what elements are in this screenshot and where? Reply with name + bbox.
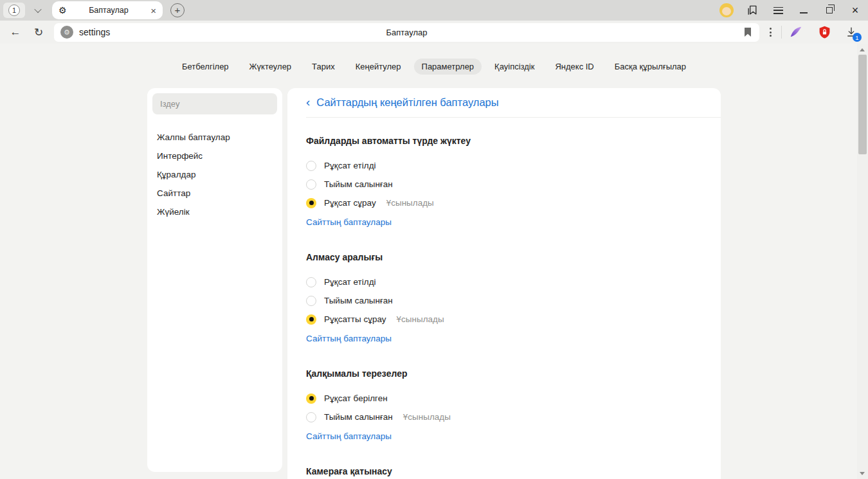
tab-groups-icon	[746, 4, 759, 17]
window-restore-button[interactable]	[817, 0, 842, 21]
settings-sidebar: Жалпы баптауларИнтерфейсҚұралдарСайттарЖ…	[147, 88, 282, 472]
radio-option-label: Рұқсат берілген	[324, 393, 388, 403]
site-favicon-icon: ⚙	[60, 26, 73, 39]
nav-tab-тарих[interactable]: Тарих	[304, 59, 343, 75]
settings-section: Камераға қатынасуov9734_azurewave_camera…	[306, 466, 721, 479]
radio-option-label: Рұқсат етілді	[324, 161, 376, 170]
sidebar-item[interactable]: Сайттар	[157, 184, 277, 203]
radio-selected-icon[interactable]	[306, 393, 316, 404]
settings-section: Алмасу аралығыРұқсат етілдіТыйым салынға…	[306, 252, 721, 344]
bookmark-flag-icon	[743, 26, 753, 38]
back-button[interactable]: ←	[4, 21, 27, 44]
bookmark-flag-button[interactable]	[743, 26, 753, 38]
chevron-down-icon	[34, 6, 41, 13]
address-bar-menu-button[interactable]	[759, 21, 781, 44]
url-text: settings	[79, 27, 110, 37]
radio-selected-icon[interactable]	[306, 314, 316, 325]
page-scrollbar[interactable]	[857, 44, 868, 479]
window-close-button[interactable]: ×	[842, 0, 868, 21]
nav-tab-бетбелгілер[interactable]: Бетбелгілер	[174, 59, 237, 75]
tab-groups-button[interactable]	[739, 0, 765, 21]
recommended-hint: Ұсынылады	[386, 198, 434, 208]
address-bar[interactable]: ⚙ settings Баптаулар	[54, 23, 759, 42]
radio-option[interactable]: Тыйым салынған	[306, 175, 721, 194]
tab-list-chevron-button[interactable]	[29, 3, 47, 18]
site-settings-link[interactable]: Сайттың баптаулары	[306, 431, 392, 441]
radio-unselected-icon[interactable]	[306, 296, 316, 306]
tab-count: 1	[8, 5, 20, 16]
sidebar-item[interactable]: Құралдар	[157, 165, 277, 184]
nav-tab-қауіпсіздік[interactable]: Қауіпсіздік	[487, 59, 542, 75]
protect-shield-button[interactable]	[810, 22, 838, 42]
radio-unselected-icon[interactable]	[306, 412, 316, 422]
browser-menu-button[interactable]	[765, 0, 791, 21]
new-tab-button[interactable]: +	[170, 3, 185, 17]
radio-selected-icon[interactable]	[306, 198, 316, 208]
reload-button[interactable]: ↻	[27, 21, 50, 44]
sidebar-item[interactable]: Жүйелік	[157, 203, 277, 221]
sidebar-items: Жалпы баптауларИнтерфейсҚұралдарСайттарЖ…	[152, 128, 277, 221]
radio-option[interactable]: Рұқсат етілді	[306, 156, 721, 175]
settings-nav-tabs: БетбелгілерЖүктеулерТарихКеңейтулерПарам…	[0, 44, 868, 75]
section-title: Қалқымалы терезелер	[306, 368, 721, 379]
feather-icon	[789, 25, 803, 39]
radio-option-label: Рұқсат етілді	[324, 277, 376, 287]
radio-option-label: Тыйым салынған	[324, 179, 393, 189]
radio-option[interactable]: Рұқсат етілді	[306, 273, 721, 291]
radio-option[interactable]: Тыйым салынған	[306, 291, 721, 310]
restore-icon	[826, 7, 833, 14]
settings-section: Қалқымалы терезелерРұқсат берілгенТыйым …	[306, 368, 721, 442]
radio-option-label: Рұқсат сұрау	[324, 198, 376, 208]
minimize-icon	[800, 12, 808, 14]
radio-unselected-icon[interactable]	[306, 277, 316, 287]
tab-title: Баптаулар	[67, 6, 151, 15]
browser-tab-bar: 1 ⚙ Баптаулар × + ×	[0, 0, 868, 21]
nav-tab-кеңейтулер[interactable]: Кеңейтулер	[348, 59, 409, 75]
radio-unselected-icon[interactable]	[306, 161, 316, 171]
sidebar-item[interactable]: Жалпы баптаулар	[157, 128, 277, 147]
radio-option[interactable]: Рұқсатты сұрауҰсынылады	[306, 310, 721, 329]
radio-unselected-icon[interactable]	[306, 179, 316, 190]
page-title: Сайттардың кеңейтілген баптаулары	[316, 96, 498, 109]
browser-tab-settings[interactable]: ⚙ Баптаулар ×	[52, 1, 163, 19]
nav-tab-басқа-құрылғылар[interactable]: Басқа құрылғылар	[607, 59, 694, 75]
radio-option-label: Тыйым салынған	[324, 296, 393, 305]
profile-avatar-button[interactable]	[714, 0, 739, 21]
window-minimize-button[interactable]	[791, 0, 817, 21]
site-settings-link[interactable]: Сайттың баптаулары	[306, 334, 392, 343]
radio-option-label: Рұқсатты сұрау	[324, 314, 386, 324]
window-close-icon: ×	[852, 5, 859, 16]
scroll-down-icon[interactable]	[860, 472, 865, 475]
scrollbar-thumb[interactable]	[858, 55, 867, 154]
address-bar-page-title: Баптаулар	[54, 28, 759, 37]
radio-option-label: Тыйым салынған	[324, 412, 393, 422]
tab-close-icon[interactable]: ×	[150, 6, 156, 15]
section-title: Камераға қатынасу	[306, 466, 721, 476]
sidebar-item[interactable]: Интерфейс	[157, 147, 277, 165]
nav-tab-яндекс-id[interactable]: Яндекс ID	[547, 59, 601, 75]
settings-main-panel: ‹ Сайттардың кеңейтілген баптаулары Файл…	[287, 88, 721, 479]
radio-option[interactable]: Рұқсат сұрауҰсынылады	[306, 194, 721, 212]
site-settings-link[interactable]: Сайттың баптаулары	[306, 217, 392, 227]
section-title: Файлдарды автоматты түрде жүктеу	[306, 136, 721, 146]
recommended-hint: Ұсынылады	[403, 412, 451, 422]
address-bar-row: ← ↻ ⚙ settings Баптаулар 1	[0, 21, 868, 44]
recommended-hint: Ұсынылады	[397, 314, 444, 324]
scroll-up-icon[interactable]	[860, 48, 865, 51]
protect-shield-icon	[818, 25, 831, 39]
hamburger-icon	[773, 7, 783, 14]
neiro-feather-button[interactable]	[782, 22, 810, 42]
page-heading-row[interactable]: ‹ Сайттардың кеңейтілген баптаулары	[306, 88, 721, 118]
radio-option[interactable]: Тыйым салынғанҰсынылады	[306, 408, 721, 426]
radio-option[interactable]: Рұқсат берілген	[306, 389, 721, 408]
nav-tab-жүктеулер[interactable]: Жүктеулер	[242, 59, 300, 75]
tab-counter-button[interactable]: 1	[3, 3, 25, 18]
settings-page: БетбелгілерЖүктеулерТарихКеңейтулерПарам…	[0, 44, 868, 479]
back-chevron-icon[interactable]: ‹	[306, 96, 310, 109]
nav-tab-параметрлер[interactable]: Параметрлер	[414, 59, 482, 75]
search-input[interactable]	[152, 93, 277, 114]
downloads-button[interactable]: 1	[838, 21, 864, 44]
settings-sections: Файлдарды автоматты түрде жүктеуРұқсат е…	[306, 136, 721, 479]
avatar	[719, 3, 734, 17]
settings-section: Файлдарды автоматты түрде жүктеуРұқсат е…	[306, 136, 721, 228]
